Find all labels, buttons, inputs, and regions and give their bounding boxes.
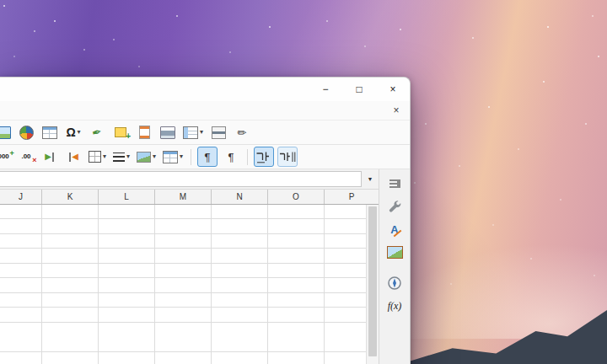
indent-decrease-icon: ◀: [72, 153, 78, 161]
color-swatch-icon: [137, 152, 151, 163]
column-header-l[interactable]: L: [99, 190, 155, 204]
formula-input[interactable]: [0, 171, 362, 187]
column-header-p[interactable]: P: [325, 190, 379, 204]
insert-special-character-button[interactable]: Ω ▾: [63, 122, 83, 142]
chevron-down-icon: ▼: [368, 176, 373, 182]
add-decimal-icon: .000 +: [0, 153, 9, 160]
dropdown-arrow-icon: ▾: [103, 153, 106, 160]
insert-chart-button[interactable]: [16, 122, 36, 142]
delete-mark-icon: ×: [32, 157, 36, 164]
add-decimal-place-button[interactable]: .000 +: [0, 147, 13, 167]
show-draw-functions-button[interactable]: ✒: [87, 122, 107, 142]
split-window-icon: [212, 126, 226, 139]
formula-bar: ▼: [0, 169, 379, 190]
titlebar[interactable]: − □ ×: [0, 78, 410, 101]
insert-comment-button[interactable]: +: [110, 122, 131, 142]
print-area-button[interactable]: [158, 122, 178, 142]
line-style-icon: [113, 153, 125, 162]
column-header-n[interactable]: N: [212, 190, 268, 204]
add-decimal-text: .000: [0, 153, 9, 160]
paragraph-direction-button[interactable]: ¶: [221, 147, 241, 167]
freeze-rows-columns-button[interactable]: ▾: [181, 122, 205, 142]
menubar: ×: [0, 101, 410, 120]
standard-toolbar: Ω ▾ ✒ + ▾ ✏: [0, 120, 410, 145]
minimize-icon: −: [322, 83, 328, 95]
sidebar-settings-icon: [389, 179, 400, 188]
column-header-m[interactable]: M: [155, 190, 212, 204]
spreadsheet-grid[interactable]: [0, 205, 366, 364]
text-direction-ttb-button[interactable]: [277, 147, 298, 167]
decrease-indent-button[interactable]: ◀: [63, 147, 83, 167]
pivot-table-icon: [42, 126, 57, 139]
delete-decimal-text: .00: [21, 153, 30, 160]
header-footer-icon: [139, 126, 150, 139]
dropdown-arrow-icon: ▾: [78, 129, 81, 136]
pilcrow-icon: ¶: [205, 152, 211, 163]
delete-decimal-place-button[interactable]: .00 ×: [16, 147, 36, 167]
column-header-k[interactable]: K: [42, 190, 99, 204]
conditional-formatting-button[interactable]: ▾: [161, 147, 185, 167]
dropdown-arrow-icon: ▾: [153, 153, 156, 160]
compass-icon: [387, 276, 402, 291]
window-controls: − □ ×: [309, 78, 410, 101]
toolbar-separator: [247, 149, 248, 165]
sidebar-gallery-button[interactable]: [383, 242, 406, 262]
toggle-formatting-marks-button[interactable]: ¶: [197, 147, 218, 167]
sidebar-settings-button[interactable]: [383, 174, 406, 194]
hangul-ltr-icon: [255, 151, 272, 163]
border-style-button[interactable]: ▾: [111, 147, 132, 167]
libreoffice-calc-window: − □ × ×: [0, 77, 411, 364]
increase-indent-button[interactable]: ▶: [40, 147, 60, 167]
printer-icon: [160, 126, 175, 139]
dropdown-arrow-icon: ▾: [126, 153, 130, 160]
sidebar-navigator-button[interactable]: [383, 273, 406, 293]
plus-mark-icon: +: [10, 150, 14, 158]
split-window-button[interactable]: [208, 122, 228, 142]
text-direction-ltr-button[interactable]: [254, 147, 274, 167]
column-header-o[interactable]: O: [268, 190, 325, 204]
dropdown-arrow-icon: ▾: [180, 153, 183, 160]
gallery-icon: [387, 246, 403, 259]
plus-badge-icon: +: [126, 132, 131, 141]
mountain-haze: [379, 238, 607, 339]
omega-icon: Ω: [66, 126, 75, 138]
functions-icon: f(x): [388, 301, 402, 311]
pilcrow-icon: ¶: [228, 152, 234, 163]
sheet-view: [0, 205, 379, 364]
column-headers: J K L M N O P: [0, 190, 379, 205]
toolbar-separator: [191, 149, 191, 165]
insert-image-button[interactable]: [0, 122, 13, 142]
sidebar-functions-button[interactable]: f(x): [383, 296, 406, 316]
wrench-icon: [387, 199, 402, 214]
border-color-button[interactable]: ▾: [135, 147, 158, 167]
styles-icon: A: [390, 224, 398, 235]
close-button[interactable]: ×: [376, 78, 410, 101]
headers-and-footers-button[interactable]: [134, 122, 154, 142]
hangul-ttb-icon: [279, 151, 296, 163]
document-area: ▼ J K L M N O P: [0, 169, 379, 364]
indent-increase-icon: ▶: [45, 153, 51, 161]
paintbrush-icon: ✏: [238, 127, 247, 138]
maximize-icon: □: [356, 83, 362, 95]
close-document-icon: ×: [393, 104, 399, 116]
dropdown-arrow-icon: ▾: [200, 129, 203, 136]
close-document-button[interactable]: ×: [389, 104, 404, 117]
sidebar-properties-button[interactable]: [383, 196, 406, 217]
column-header-j[interactable]: J: [0, 190, 42, 204]
sidebar-tab-bar: A f(x): [379, 169, 410, 364]
window-body: ▼ J K L M N O P: [0, 169, 410, 364]
pie-chart-icon: [19, 126, 34, 140]
sidebar-styles-button[interactable]: A: [383, 219, 406, 239]
vertical-scrollbar[interactable]: [366, 205, 379, 364]
minimize-button[interactable]: −: [309, 78, 342, 101]
borders-grid-icon: [89, 151, 101, 163]
maximize-button[interactable]: □: [342, 78, 376, 101]
scrollbar-thumb[interactable]: [368, 206, 377, 356]
indent-bar-icon: [69, 153, 71, 162]
expand-formula-bar-button[interactable]: ▼: [362, 176, 379, 182]
clone-formatting-button[interactable]: ✏: [232, 122, 252, 142]
insert-pivot-table-button[interactable]: [40, 122, 60, 142]
insert-image-icon: [0, 126, 11, 139]
borders-button[interactable]: ▾: [87, 147, 108, 167]
close-icon: ×: [389, 83, 395, 95]
